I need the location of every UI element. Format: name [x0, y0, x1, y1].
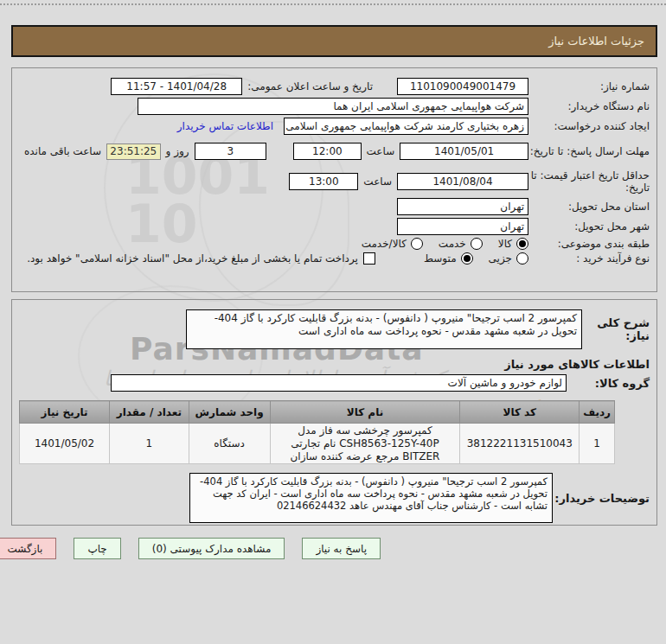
cell-item-name: کمپرسور چرخشی سه فاز مدل CSH8563-125Y-40…: [270, 424, 460, 464]
col-unit: واحد شمارش: [189, 401, 270, 424]
treasury-checkbox[interactable]: [363, 252, 375, 265]
need-number-input[interactable]: 1101090049001479: [397, 78, 528, 95]
category-option-goods-service: کالا/خدمت: [362, 238, 407, 250]
buyer-notes-label: توضیحات خریدار:: [553, 492, 650, 505]
col-item-name: نام کالا: [270, 401, 460, 424]
goods-group-input[interactable]: لوازم خودرو و ماشین آلات: [111, 374, 567, 392]
deadline-hour-label: ساعت: [367, 145, 395, 157]
radio-icon-service[interactable]: [471, 238, 483, 250]
buyer-notes-row: توضیحات خریدار: کمپرسور 2 اسب ترجیحا" من…: [19, 473, 650, 523]
province-input[interactable]: تهران: [397, 198, 528, 215]
validity-row: حداقل تاریخ اعتبار قیمت: تا تاریخ: 1401/…: [19, 168, 650, 195]
col-quantity: تعداد / مقدار: [110, 401, 189, 424]
buyer-org-input[interactable]: شرکت هواپیمایی جمهوری اسلامی ایران هما: [138, 98, 528, 115]
buyer-org-label: نام دستگاه خریدار:: [528, 100, 650, 112]
creator-row: ایجاد کننده درخواست: زهره بختیاری کارمند…: [19, 118, 650, 135]
announce-label: تاریخ و ساعت اعلان عمومی:: [247, 80, 373, 92]
announce-input[interactable]: 1401/04/28 - 11:57: [111, 78, 242, 95]
request-info-panel: شماره نیاز: 1101090049001479 تاریخ و ساع…: [11, 67, 657, 292]
city-input[interactable]: تهران: [397, 218, 528, 235]
description-textarea[interactable]: کمپرسور 2 اسب ترجیحا" منیروپ ( دانفوس) -…: [186, 309, 582, 349]
validity-hour-label: ساعت: [363, 175, 392, 188]
city-row: شهر محل تحویل: تهران: [19, 218, 650, 235]
buyer-notes-textarea[interactable]: کمپرسور 2 اسب ترجیحا" منیروپ ( دانفوس) -…: [189, 473, 553, 523]
col-need-date: تاریخ نیاز: [20, 401, 110, 424]
cell-item-code: 3812221131510043: [460, 424, 580, 464]
attachments-button[interactable]: مشاهده مدارک پیوستی (0): [138, 538, 285, 559]
category-option-goods: کالا: [498, 238, 512, 250]
countdown-label: ساعت باقی مانده: [24, 145, 101, 157]
validity-time-input[interactable]: 13:00: [289, 173, 358, 190]
table-row: 1 3812221131510043 کمپرسور چرخشی سه فاز …: [20, 424, 615, 464]
category-option-service: خدمت: [439, 238, 466, 250]
deadline-label: مهلت ارسال پاسخ: تا تاریخ:: [528, 145, 650, 157]
items-table: ردیف کد کالا نام کالا واحد شمارش تعداد /…: [19, 400, 615, 464]
validity-date-input[interactable]: 1401/08/04: [397, 173, 528, 190]
goods-group-label: گروه کالا:: [567, 377, 650, 390]
footer-button-row: پاسخ به نیاز مشاهده مدارک پیوستی (0) چاپ…: [0, 538, 381, 559]
deadline-date-input[interactable]: 1401/05/01: [400, 143, 528, 160]
radio-icon-minor[interactable]: [516, 252, 528, 265]
description-row: شرح کلی نیاز: کمپرسور 2 اسب ترجیحا" منیر…: [19, 309, 650, 349]
col-row-number: ردیف: [580, 401, 615, 424]
radio-icon-medium[interactable]: [461, 252, 473, 265]
province-label: استان محل تحویل:: [528, 201, 650, 213]
city-label: شهر محل تحویل:: [528, 220, 650, 233]
buyer-org-row: نام دستگاه خریدار: شرکت هواپیمایی جمهوری…: [19, 98, 650, 115]
category-row: طبقه بندی موضوعی: کالا خدمت کالا/خدمت: [19, 238, 650, 250]
province-row: استان محل تحویل: تهران: [19, 198, 650, 215]
respond-button[interactable]: پاسخ به نیاز: [302, 538, 381, 559]
cell-row-number: 1: [580, 424, 615, 464]
category-label: طبقه بندی موضوعی:: [528, 238, 650, 250]
deadline-row: مهلت ارسال پاسخ: تا تاریخ: 1401/05/01 سا…: [19, 137, 650, 165]
description-label: شرح کلی نیاز:: [582, 309, 650, 342]
cell-need-date: 1401/05/02: [20, 424, 110, 464]
creator-input[interactable]: زهره بختیاری کارمند شرکت هواپیمایی جمهور…: [284, 118, 528, 135]
process-option-minor: جزیی: [489, 252, 512, 265]
back-button[interactable]: بازگشت: [0, 538, 56, 559]
deadline-days-input[interactable]: 3: [195, 143, 266, 160]
goods-group-row: گروه کالا: لوازم خودرو و ماشین آلات: [19, 374, 650, 392]
radio-icon-goods-service[interactable]: [411, 238, 423, 250]
countdown-timer: 23:51:25: [106, 143, 161, 160]
print-button[interactable]: چاپ: [74, 538, 120, 559]
col-item-code: کد کالا: [460, 401, 580, 424]
items-table-header-row: ردیف کد کالا نام کالا واحد شمارش تعداد /…: [20, 401, 615, 424]
page-title-bar: جزئیات اطلاعات نیاز: [11, 25, 657, 57]
need-number-label: شماره نیاز:: [528, 80, 650, 92]
items-section-title: اطلاعات کالاهای مورد نیاز: [19, 358, 650, 371]
page-title: جزئیات اطلاعات نیاز: [548, 35, 644, 48]
process-option-medium: متوسط: [424, 252, 457, 265]
items-panel: شرح کلی نیاز: کمپرسور 2 اسب ترجیحا" منیر…: [11, 299, 657, 526]
creator-label: ایجاد کننده درخواست:: [528, 120, 650, 132]
validity-label: حداقل تاریخ اعتبار قیمت: تا تاریخ:: [528, 169, 650, 194]
deadline-days-label: روز و: [166, 145, 189, 157]
deadline-time-input[interactable]: 12:00: [293, 143, 361, 160]
top-dotted-divider: [0, 3, 666, 5]
cell-unit: دستگاه: [189, 424, 270, 464]
buyer-contact-link[interactable]: اطلاعات تماس خریدار: [177, 120, 273, 132]
need-number-row: شماره نیاز: 1101090049001479 تاریخ و ساع…: [19, 78, 650, 95]
process-row: نوع فرآیند خرید : جزیی متوسط پرداخت تمام…: [19, 252, 650, 265]
treasury-checkbox-label: پرداخت تمام یا بخشی از مبلغ خرید،از محل …: [27, 252, 358, 265]
cell-quantity: 1: [110, 424, 189, 464]
process-label: نوع فرآیند خرید :: [528, 252, 650, 265]
radio-icon-goods[interactable]: [516, 238, 528, 250]
